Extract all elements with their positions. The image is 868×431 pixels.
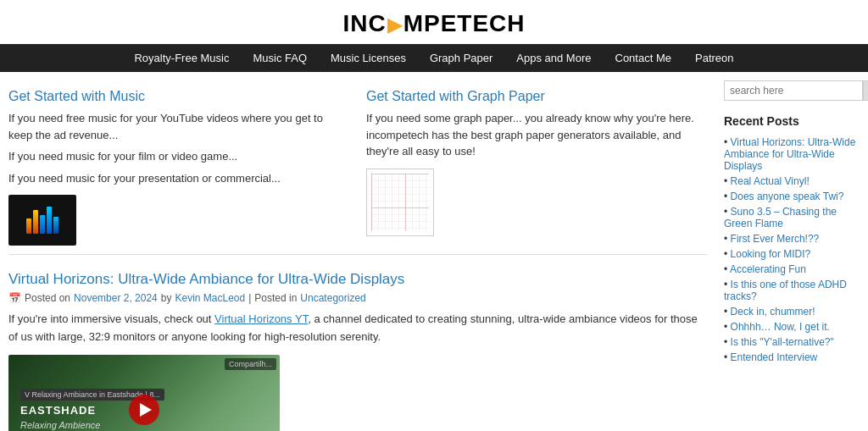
recent-post-link-9[interactable]: Ohhhh… Now, I get it. — [731, 321, 830, 333]
top-section: Get Started with Music If you need free … — [8, 72, 707, 255]
recent-post-item: Real Actual Vinyl! — [724, 174, 860, 189]
recent-posts-list: Virtual Horizons: Ultra-Wide Ambiance fo… — [724, 135, 860, 365]
post-body: If you're into immersive visuals, check … — [8, 311, 707, 346]
music-p3: If you need music for your presentation … — [8, 170, 349, 187]
get-started-graph-link[interactable]: Get Started with Graph Paper — [366, 89, 545, 103]
recent-post-link-2[interactable]: Does anyone speak Twi? — [731, 191, 844, 202]
logo-arrow: ▶ — [387, 14, 403, 36]
search-input[interactable] — [724, 80, 863, 101]
nav-patreon[interactable]: Patreon — [683, 44, 746, 72]
recent-post-link-4[interactable]: First Ever Merch!?? — [731, 233, 820, 245]
recent-posts-title: Recent Posts — [724, 114, 860, 128]
main-content: Get Started with Music If you need free … — [8, 72, 707, 431]
main-nav: Royalty-Free Music Music FAQ Music Licen… — [0, 44, 868, 72]
search-button[interactable]: Go — [863, 80, 868, 101]
recent-post-link-7[interactable]: Is this one of those ADHD tracks? — [724, 279, 847, 302]
blog-post: Virtual Horizons: Ultra-Wide Ambiance fo… — [8, 268, 707, 431]
video-title-text: EASTSHADE — [20, 404, 96, 417]
recent-post-item: Deck in, chummer! — [724, 304, 860, 319]
recent-post-item: Does anyone speak Twi? — [724, 189, 860, 204]
post-title-link[interactable]: Virtual Horizons: Ultra-Wide Ambiance fo… — [8, 271, 404, 287]
recent-post-item: Suno 3.5 – Chasing the Green Flame — [724, 204, 860, 231]
nav-music-faq[interactable]: Music FAQ — [241, 44, 319, 72]
top-col-graph: Get Started with Graph Paper If you need… — [366, 86, 707, 246]
gp-grid-svg — [371, 174, 429, 231]
gp-inner — [371, 174, 429, 231]
meta-posted-on: Posted on — [25, 292, 70, 304]
post-yt-link[interactable]: Virtual Horizons YT — [214, 312, 308, 325]
recent-post-item: Accelerating Fun — [724, 262, 860, 277]
recent-post-item: Entended Interview — [724, 350, 860, 365]
search-box: Go — [724, 80, 860, 101]
top-col-music: Get Started with Music If you need free … — [8, 86, 349, 246]
sidebar: Go Recent Posts Virtual Horizons: Ultra-… — [724, 72, 860, 431]
music-p2: If you need music for your film or video… — [8, 148, 349, 165]
logo-text-after: MPETECH — [403, 10, 526, 36]
recent-post-link-11[interactable]: Entended Interview — [731, 351, 818, 363]
recent-posts-section: Recent Posts Virtual Horizons: Ultra-Wid… — [724, 114, 860, 365]
video-play-button[interactable] — [129, 395, 159, 425]
music-icon-box — [8, 195, 76, 246]
video-subtitle-text: Relaxing Ambience — [20, 420, 100, 430]
meta-calendar-icon: 📅 — [8, 292, 21, 304]
meta-separator-bar: | — [248, 292, 251, 304]
post-category-link[interactable]: Uncategorized — [300, 292, 365, 304]
post-author-link[interactable]: Kevin MacLeod — [175, 292, 245, 304]
logo-text-before: INC — [342, 10, 386, 36]
svg-rect-1 — [371, 174, 429, 231]
site-logo: INC▶MPETECH — [0, 10, 868, 37]
recent-post-item: Ohhhh… Now, I get it. — [724, 319, 860, 334]
post-meta: 📅 Posted on November 2, 2024 by Kevin Ma… — [8, 292, 707, 304]
recent-post-link-5[interactable]: Looking for MIDI? — [731, 248, 811, 260]
recent-post-item: Is this "Y'all-ternative?" — [724, 334, 860, 350]
recent-post-link-3[interactable]: Suno 3.5 – Chasing the Green Flame — [724, 206, 837, 229]
meta-separator-by: by — [161, 292, 172, 304]
recent-post-item: Virtual Horizons: Ultra-Wide Ambiance fo… — [724, 135, 860, 174]
meta-posted-in: Posted in — [254, 292, 297, 304]
music-p1: If you need free music for your YouTube … — [8, 110, 349, 143]
recent-post-link-1[interactable]: Real Actual Vinyl! — [731, 175, 810, 187]
music-bars — [26, 207, 58, 234]
recent-post-link-10[interactable]: Is this "Y'all-ternative?" — [731, 336, 834, 348]
video-thumbnail[interactable]: V Relaxing Ambiance in Eastshade | 8... … — [8, 355, 280, 431]
nav-music-licenses[interactable]: Music Licenses — [319, 44, 418, 72]
recent-post-link-8[interactable]: Deck in, chummer! — [731, 306, 815, 318]
post-title: Virtual Horizons: Ultra-Wide Ambiance fo… — [8, 268, 707, 288]
bar4 — [47, 207, 52, 234]
bar5 — [53, 217, 58, 234]
site-header: INC▶MPETECH — [0, 0, 868, 44]
get-started-music-link[interactable]: Get Started with Music — [8, 89, 145, 103]
graph-paper-preview — [366, 169, 434, 236]
nav-royalty-free-music[interactable]: Royalty-Free Music — [122, 44, 241, 72]
video-share-button[interactable]: Compartilh... — [225, 358, 276, 370]
bar2 — [33, 210, 38, 234]
recent-post-item: Looking for MIDI? — [724, 246, 860, 262]
graph-p1: If you need some graph paper... you alre… — [366, 110, 707, 160]
bar1 — [26, 218, 31, 234]
post-date-link[interactable]: November 2, 2024 — [74, 292, 158, 304]
bar3 — [40, 215, 45, 234]
recent-post-link-6[interactable]: Accelerating Fun — [730, 263, 806, 275]
recent-post-link-0[interactable]: Virtual Horizons: Ultra-Wide Ambiance fo… — [724, 136, 855, 172]
post-text-before-link: If you're into immersive visuals, check … — [8, 312, 214, 325]
nav-contact-me[interactable]: Contact Me — [604, 44, 683, 72]
nav-graph-paper[interactable]: Graph Paper — [418, 44, 504, 72]
recent-post-item: First Ever Merch!?? — [724, 231, 860, 246]
nav-apps-and-more[interactable]: Apps and More — [504, 44, 603, 72]
recent-post-item: Is this one of those ADHD tracks? — [724, 277, 860, 304]
